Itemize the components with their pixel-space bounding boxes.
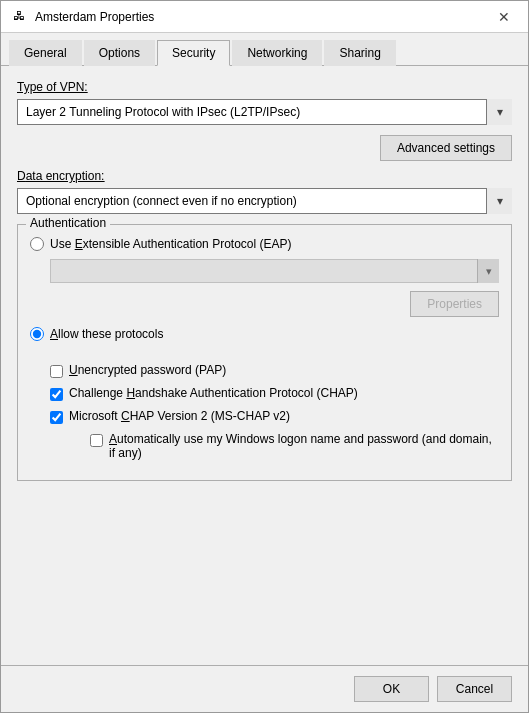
advanced-settings-button[interactable]: Advanced settings (380, 135, 512, 161)
dialog-footer: OK Cancel (1, 665, 528, 712)
dialog-amsterdam-properties: 🖧 Amsterdam Properties ✕ General Options… (0, 0, 529, 713)
protocols-radio-label[interactable]: Allow these protocols (50, 327, 163, 341)
window-icon: 🖧 (13, 9, 29, 25)
data-encryption-label: Data encryption: (17, 169, 512, 183)
dialog-title: Amsterdam Properties (35, 10, 154, 24)
eap-radio-label[interactable]: Use Extensible Authentication Protocol (… (50, 237, 291, 251)
advanced-btn-row: Advanced settings (17, 135, 512, 161)
protocols-radio-row: Allow these protocols (30, 327, 499, 341)
vpn-type-select-wrapper: Layer 2 Tunneling Protocol with IPsec (L… (17, 99, 512, 125)
pap-checkbox-row: Unencrypted password (PAP) (50, 363, 499, 378)
mschapv2-label[interactable]: Microsoft CHAP Version 2 (MS-CHAP v2) (69, 409, 290, 423)
chap-checkbox-row: Challenge Handshake Authentication Proto… (50, 386, 499, 401)
authentication-group: Authentication Use Extensible Authentica… (17, 224, 512, 481)
auto-logon-row: Automatically use my Windows logon name … (90, 432, 499, 460)
vpn-type-select[interactable]: Layer 2 Tunneling Protocol with IPsec (L… (17, 99, 512, 125)
tab-networking[interactable]: Networking (232, 40, 322, 66)
content-area: Type of VPN: Layer 2 Tunneling Protocol … (1, 66, 528, 665)
eap-select-wrapper (50, 259, 499, 283)
data-encryption-select-wrapper: Optional encryption (connect even if no … (17, 188, 512, 214)
title-bar: 🖧 Amsterdam Properties ✕ (1, 1, 528, 33)
auto-logon-label[interactable]: Automatically use my Windows logon name … (109, 432, 499, 460)
eap-radio-row: Use Extensible Authentication Protocol (… (30, 237, 499, 251)
eap-select[interactable] (50, 259, 499, 283)
mschapv2-checkbox-row: Microsoft CHAP Version 2 (MS-CHAP v2) (50, 409, 499, 424)
tab-bar: General Options Security Networking Shar… (1, 33, 528, 66)
auto-logon-checkbox[interactable] (90, 434, 103, 447)
cancel-button[interactable]: Cancel (437, 676, 512, 702)
close-button[interactable]: ✕ (492, 5, 516, 29)
chap-checkbox[interactable] (50, 388, 63, 401)
eap-radio[interactable] (30, 237, 44, 251)
title-bar-left: 🖧 Amsterdam Properties (13, 9, 154, 25)
pap-checkbox[interactable] (50, 365, 63, 378)
ok-button[interactable]: OK (354, 676, 429, 702)
properties-btn-row: Properties (50, 291, 499, 317)
checkboxes-area: Unencrypted password (PAP) Challenge Han… (50, 349, 499, 460)
tab-options[interactable]: Options (84, 40, 155, 66)
chap-label[interactable]: Challenge Handshake Authentication Proto… (69, 386, 358, 400)
tab-sharing[interactable]: Sharing (324, 40, 395, 66)
mschapv2-checkbox[interactable] (50, 411, 63, 424)
protocols-radio[interactable] (30, 327, 44, 341)
pap-label[interactable]: Unencrypted password (PAP) (69, 363, 226, 377)
authentication-group-title: Authentication (26, 216, 110, 230)
eap-select-row (50, 259, 499, 283)
tab-security[interactable]: Security (157, 40, 230, 66)
data-encryption-select[interactable]: Optional encryption (connect even if no … (17, 188, 512, 214)
tab-general[interactable]: General (9, 40, 82, 66)
properties-button[interactable]: Properties (410, 291, 499, 317)
vpn-type-label: Type of VPN: (17, 80, 512, 94)
